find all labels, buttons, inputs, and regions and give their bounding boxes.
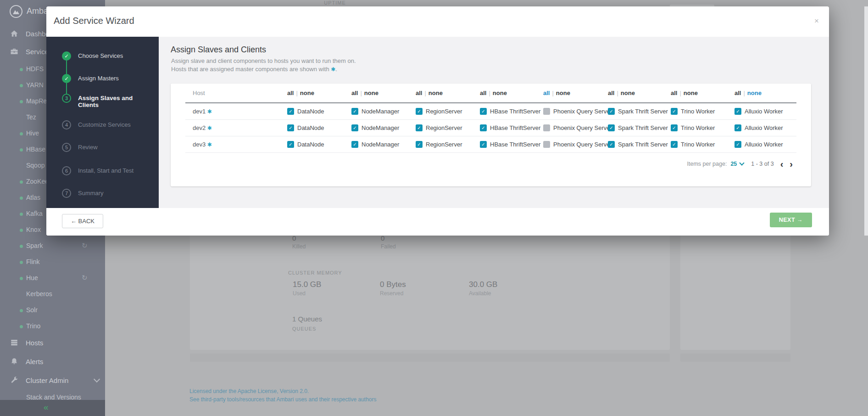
wizard-footer: ← BACK NEXT →	[46, 208, 829, 236]
step-label: Assign Masters	[78, 75, 148, 82]
component-checkbox-nodemanager[interactable]: ✓	[351, 124, 358, 131]
master-marker-icon: ✱	[207, 141, 212, 148]
component-checkbox-datanode[interactable]: ✓	[287, 141, 294, 148]
component-label: Trino Worker	[681, 136, 715, 153]
component-label: NodeManager	[362, 103, 399, 120]
component-checkbox-alluxio-worker[interactable]: ✓	[734, 124, 741, 131]
component-label: Trino Worker	[681, 103, 715, 120]
component-checkbox-datanode[interactable]: ✓	[287, 124, 294, 131]
select-all-link[interactable]: all	[543, 90, 550, 96]
sidebar-collapse-bar: «	[0, 400, 105, 416]
column-header-alluxio-worker: all|none	[734, 90, 762, 96]
select-all-link[interactable]: all	[480, 90, 486, 96]
component-checkbox-alluxio-worker[interactable]: ✓	[734, 141, 741, 148]
page-scrollbar[interactable]	[864, 6, 868, 236]
component-checkbox-trino-worker[interactable]: ✓	[671, 124, 678, 131]
back-button[interactable]: ← BACK	[62, 214, 103, 228]
select-none-link[interactable]: none	[684, 90, 698, 96]
column-header-nodemanager: all|none	[351, 90, 378, 96]
queues-label: QUEUES	[292, 326, 316, 332]
header-separator: |	[743, 90, 745, 96]
license-link[interactable]: Licensed under the Apache License, Versi…	[189, 388, 309, 394]
component-checkbox-phoenix-query-server[interactable]	[543, 108, 550, 115]
background-strip	[190, 354, 670, 362]
sidebar-item-solr[interactable]: Solr	[0, 306, 105, 315]
select-all-link[interactable]: all	[671, 90, 677, 96]
component-label: Trino Worker	[681, 120, 715, 136]
component-label: Phoenix Query Server	[553, 136, 612, 153]
sidebar-item-alerts[interactable]: Alerts	[0, 357, 105, 367]
wizard-steps-panel: ✓Choose Services✓Assign Masters3Assign S…	[46, 37, 159, 208]
sidebar-item-spark[interactable]: Spark↻	[0, 242, 105, 251]
sidebar-item-flink[interactable]: Flink	[0, 258, 105, 267]
component-checkbox-hbase-thriftserver[interactable]: ✓	[480, 141, 487, 148]
component-checkbox-hbase-thriftserver[interactable]: ✓	[480, 124, 487, 131]
service-status-dot	[20, 148, 23, 152]
select-none-link[interactable]: none	[493, 90, 507, 96]
select-none-link[interactable]: none	[621, 90, 635, 96]
host-row-dev1: dev1 ✱✓DataNode✓NodeManager✓RegionServer…	[171, 103, 811, 120]
collapse-sidebar-icon[interactable]: «	[44, 402, 49, 412]
select-none-link[interactable]: none	[428, 90, 443, 96]
sidebar-item-label: Hive	[26, 129, 39, 137]
host-row-dev2: dev2 ✱✓DataNode✓NodeManager✓RegionServer…	[171, 120, 811, 136]
sidebar-item-label: Trino	[26, 322, 40, 330]
header-separator: |	[489, 90, 490, 96]
component-checkbox-spark-thrift-server[interactable]: ✓	[608, 141, 615, 148]
sidebar-item-label: Tez	[26, 113, 36, 121]
next-button[interactable]: NEXT →	[770, 213, 812, 227]
header-separator: |	[424, 90, 426, 96]
sidebar-item-cluster-admin[interactable]: Cluster Admin	[0, 376, 105, 386]
component-checkbox-nodemanager[interactable]: ✓	[351, 141, 358, 148]
bell-icon	[10, 357, 18, 365]
component-checkbox-spark-thrift-server[interactable]: ✓	[608, 124, 615, 131]
master-marker-icon: ✱	[207, 125, 212, 131]
third-party-link[interactable]: See third-party tools/resources that Amb…	[189, 396, 377, 403]
component-checkbox-regionserver[interactable]: ✓	[416, 124, 423, 131]
sidebar-item-kerberos[interactable]: Kerberos	[0, 290, 105, 299]
select-all-link[interactable]: all	[734, 90, 741, 96]
component-checkbox-hbase-thriftserver[interactable]: ✓	[480, 108, 487, 115]
service-status-dot	[20, 229, 23, 232]
component-label: DataNode	[297, 103, 324, 120]
page-size-select[interactable]: 25	[730, 161, 744, 167]
header-separator: |	[296, 90, 297, 96]
sidebar-item-hue[interactable]: Hue↻	[0, 274, 105, 283]
select-all-link[interactable]: all	[351, 90, 358, 96]
component-checkbox-phoenix-query-server[interactable]	[543, 141, 550, 148]
prev-page-button[interactable]: ‹	[780, 159, 784, 169]
component-checkbox-trino-worker[interactable]: ✓	[671, 141, 678, 148]
component-label: Phoenix Query Server	[553, 120, 612, 136]
component-checkbox-datanode[interactable]: ✓	[287, 108, 294, 115]
row-divider	[185, 152, 796, 153]
close-icon[interactable]: ×	[814, 17, 819, 26]
select-none-link[interactable]: none	[747, 90, 762, 96]
items-per-page-label: Items per page:	[687, 161, 727, 167]
component-checkbox-regionserver[interactable]: ✓	[416, 141, 423, 148]
wizard-content: Assign Slaves and Clients Assign slave a…	[159, 37, 829, 208]
select-none-link[interactable]: none	[556, 90, 570, 96]
component-checkbox-phoenix-query-server[interactable]	[543, 124, 550, 131]
component-checkbox-nodemanager[interactable]: ✓	[351, 108, 358, 115]
select-all-link[interactable]: all	[287, 90, 294, 96]
sidebar-item-trino[interactable]: Trino	[0, 322, 105, 331]
component-checkbox-alluxio-worker[interactable]: ✓	[734, 108, 741, 115]
select-none-link[interactable]: none	[300, 90, 314, 96]
sidebar-item-label: Kerberos	[26, 290, 52, 298]
sidebar-item-label: HDFS	[26, 65, 44, 73]
select-all-link[interactable]: all	[608, 90, 614, 96]
next-page-button[interactable]: ›	[790, 159, 793, 169]
briefcase-icon	[10, 47, 18, 56]
service-status-dot	[20, 277, 23, 280]
sidebar-item-hosts[interactable]: Hosts	[0, 338, 105, 348]
master-marker-icon: ✱	[331, 66, 335, 73]
step-label: Install, Start and Test	[78, 167, 148, 174]
component-checkbox-spark-thrift-server[interactable]: ✓	[608, 108, 615, 115]
component-checkbox-trino-worker[interactable]: ✓	[671, 108, 678, 115]
select-all-link[interactable]: all	[416, 90, 422, 96]
description-line1: Assign slave and client components to ho…	[171, 57, 356, 65]
background-strip-right	[680, 354, 790, 362]
step-label: Assign Slaves and Clients	[78, 95, 148, 108]
select-none-link[interactable]: none	[364, 90, 378, 96]
component-checkbox-regionserver[interactable]: ✓	[416, 108, 423, 115]
